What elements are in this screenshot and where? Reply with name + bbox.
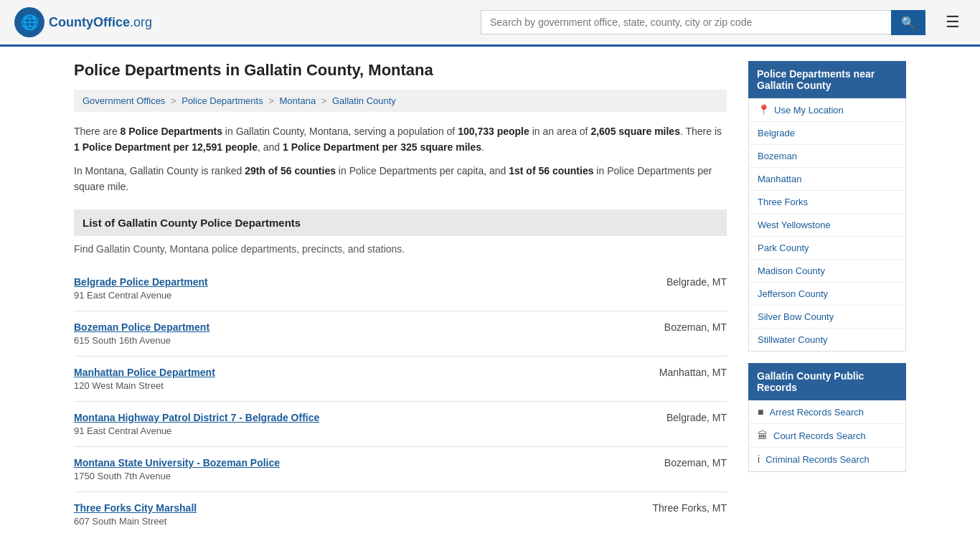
breadcrumb-link-police[interactable]: Police Departments <box>182 95 263 106</box>
breadcrumb-sep3: > <box>321 95 329 106</box>
menu-button[interactable]: ☰ <box>940 10 966 34</box>
department-address: 120 West Main Street <box>74 380 215 391</box>
department-address: 1750 South 7th Avenue <box>74 471 280 481</box>
hamburger-icon: ☰ <box>946 13 960 31</box>
breadcrumb-sep1: > <box>171 95 179 106</box>
sidebar-nearby-header: Police Departments near Gallatin County <box>748 61 906 98</box>
department-address: 91 East Central Avenue <box>74 425 319 436</box>
search-icon: 🔍 <box>901 17 915 29</box>
use-location-link[interactable]: 📍 Use My Location <box>749 98 905 122</box>
logo-text: CountyOffice.org <box>49 15 152 30</box>
department-location: Belgrade, MT <box>666 412 727 423</box>
breadcrumb-link-montana[interactable]: Montana <box>280 95 316 106</box>
sidebar-nearby-link[interactable]: Stillwater County <box>749 329 905 351</box>
department-name[interactable]: Bozeman Police Department <box>74 321 209 333</box>
department-location: Belgrade, MT <box>666 276 727 288</box>
content-area: Police Departments in Gallatin County, M… <box>74 61 727 537</box>
breadcrumb-sep2: > <box>268 95 276 106</box>
department-item: Belgrade Police Department 91 East Centr… <box>74 266 727 311</box>
record-icon: 🏛 <box>758 430 768 441</box>
department-location: Three Forks, MT <box>653 502 727 514</box>
header: 🌐 CountyOffice.org 🔍 ☰ <box>0 0 980 47</box>
breadcrumb-link-gallatin[interactable]: Gallatin County <box>332 95 396 106</box>
department-name[interactable]: Montana Highway Patrol District 7 - Belg… <box>74 412 319 423</box>
record-icon: i <box>758 453 760 465</box>
sidebar-nearby-list: 📍 Use My Location BelgradeBozemanManhatt… <box>748 98 906 352</box>
department-name[interactable]: Manhattan Police Department <box>74 367 215 378</box>
department-item: Montana Highway Patrol District 7 - Belg… <box>74 402 727 447</box>
department-name[interactable]: Belgrade Police Department <box>74 276 208 288</box>
public-records-list: ■Arrest Records Search🏛Court Records Sea… <box>748 400 906 472</box>
section-header: List of Gallatin County Police Departmen… <box>74 209 727 236</box>
department-item: Three Forks City Marshall 607 South Main… <box>74 492 727 537</box>
sidebar-nearby-link[interactable]: Silver Bow County <box>749 306 905 329</box>
department-location: Bozeman, MT <box>664 321 727 333</box>
search-area: 🔍 <box>481 10 925 35</box>
breadcrumb-link-govt[interactable]: Government Offices <box>83 95 165 106</box>
department-item: Bozeman Police Department 615 South 16th… <box>74 311 727 357</box>
use-location-label: Use My Location <box>774 105 844 116</box>
page-title: Police Departments in Gallatin County, M… <box>74 61 727 80</box>
description-1: There are 8 Police Departments in Gallat… <box>74 123 727 156</box>
sidebar-nearby-link[interactable]: Belgrade <box>749 122 905 145</box>
search-button[interactable]: 🔍 <box>891 10 925 35</box>
sidebar-nearby-link[interactable]: Three Forks <box>749 191 905 214</box>
department-address: 607 South Main Street <box>74 516 197 527</box>
department-name[interactable]: Montana State University - Bozeman Polic… <box>74 457 280 468</box>
sidebar-nearby-link[interactable]: Manhattan <box>749 168 905 191</box>
sidebar: Police Departments near Gallatin County … <box>748 61 906 537</box>
department-location: Manhattan, MT <box>659 367 727 378</box>
sidebar-nearby-link[interactable]: West Yellowstone <box>749 214 905 237</box>
breadcrumb: Government Offices > Police Departments … <box>74 90 727 112</box>
logo-link[interactable]: 🌐 CountyOffice.org <box>14 7 152 37</box>
public-record-link[interactable]: ■Arrest Records Search <box>749 400 905 424</box>
sidebar-nearby-link[interactable]: Park County <box>749 237 905 260</box>
record-icon: ■ <box>758 406 763 418</box>
department-list: Belgrade Police Department 91 East Centr… <box>74 266 727 537</box>
public-record-link[interactable]: iCriminal Records Search <box>749 448 905 471</box>
department-name[interactable]: Three Forks City Marshall <box>74 502 197 514</box>
department-address: 91 East Central Avenue <box>74 290 208 301</box>
department-location: Bozeman, MT <box>664 457 727 468</box>
public-record-link[interactable]: 🏛Court Records Search <box>749 424 905 448</box>
sidebar-public-records-header: Gallatin County Public Records <box>748 363 906 400</box>
section-subtext: Find Gallatin County, Montana police dep… <box>74 243 727 255</box>
department-item: Manhattan Police Department 120 West Mai… <box>74 357 727 402</box>
sidebar-nearby-link[interactable]: Jefferson County <box>749 283 905 306</box>
sidebar-nearby-link[interactable]: Madison County <box>749 260 905 283</box>
main-container: Police Departments in Gallatin County, M… <box>60 47 920 551</box>
sidebar-nearby-link[interactable]: Bozeman <box>749 145 905 168</box>
search-input[interactable] <box>481 10 891 34</box>
logo-icon: 🌐 <box>14 7 44 37</box>
description-2: In Montana, Gallatin County is ranked 29… <box>74 163 727 195</box>
department-item: Montana State University - Bozeman Polic… <box>74 447 727 492</box>
location-icon: 📍 <box>758 104 770 116</box>
department-address: 615 South 16th Avenue <box>74 335 209 346</box>
